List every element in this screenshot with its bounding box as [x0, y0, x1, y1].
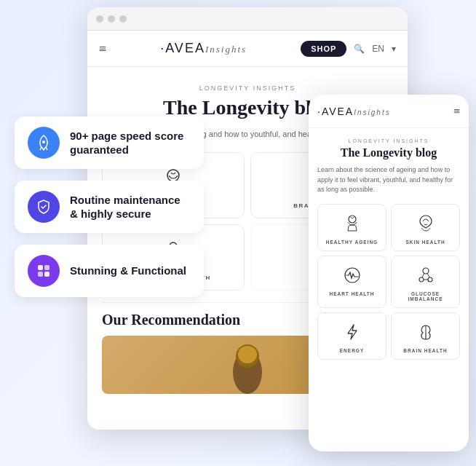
- mobile-hamburger-icon[interactable]: ≡: [453, 106, 460, 117]
- mobile-blog-subtitle: LONGEVITY INSIGHTS: [317, 138, 460, 143]
- mobile-content: LONGEVITY INSIGHTS The Longevity blog Le…: [309, 128, 469, 370]
- feature-card-speed: 90+ page speed score guaranteed: [15, 116, 204, 169]
- heart-health-label: HEART HEALTH: [322, 291, 381, 296]
- heart-health-icon: [322, 262, 381, 288]
- svg-point-14: [419, 277, 424, 282]
- mobile-category-grid: HEALTHY AGEING SKIN HEALTH: [317, 204, 460, 360]
- rocket-icon: [28, 127, 60, 159]
- lang-chevron-icon: ▾: [392, 44, 396, 54]
- dot-3: [119, 15, 127, 23]
- browser-titlebar: [87, 7, 408, 31]
- mobile-skin-health-label: SKIN HEALTH: [396, 240, 455, 245]
- mobile-brain-health-label: BRAIN HEALTH: [396, 348, 455, 353]
- svg-point-10: [238, 346, 257, 363]
- svg-point-13: [423, 268, 429, 274]
- mobile-card-glucose[interactable]: GLUCOSE IMBALANCE: [391, 256, 460, 308]
- healthy-ageing-label: HEALTHY AGEING: [322, 240, 381, 245]
- desktop-logo: ·AVEAInsights: [160, 41, 247, 56]
- mobile-skin-health-icon: [396, 210, 455, 237]
- svg-rect-1: [38, 265, 43, 270]
- feature-cards-section: 90+ page speed score guaranteed Routine …: [15, 116, 204, 297]
- healthy-ageing-icon: [322, 210, 381, 237]
- feature-card-maintenance: Routine maintenance & highly secure: [15, 181, 204, 233]
- feature-maintenance-text: Routine maintenance & highly secure: [70, 193, 191, 221]
- mobile-brain-health-icon: [396, 319, 455, 345]
- feature-card-functional: Stunning & Functional: [15, 245, 204, 297]
- mobile-card-energy[interactable]: ENERGY: [317, 312, 386, 360]
- desktop-nav: ≡ ·AVEAInsights SHOP 🔍 EN ▾: [87, 31, 408, 67]
- feature-functional-text: Stunning & Functional: [70, 264, 186, 278]
- hamburger-icon[interactable]: ≡: [99, 42, 106, 55]
- dot-2: [108, 15, 115, 23]
- mobile-card-heart[interactable]: HEART HEALTH: [317, 256, 386, 308]
- energy-icon: [322, 319, 381, 345]
- mobile-logo: ·AVEAInsights: [317, 106, 391, 117]
- glucose-imbalance-label: GLUCOSE IMBALANCE: [396, 291, 455, 301]
- mobile-card-skin[interactable]: SKIN HEALTH: [391, 204, 460, 251]
- svg-point-11: [349, 216, 356, 223]
- mobile-card-ageing[interactable]: HEALTHY AGEING: [317, 204, 386, 251]
- svg-rect-2: [44, 265, 49, 270]
- energy-label: ENERGY: [322, 348, 381, 353]
- shield-check-icon: [28, 191, 60, 223]
- mobile-blog-title: The Longevity blog: [317, 146, 460, 159]
- dot-1: [96, 15, 103, 23]
- mobile-nav: ·AVEAInsights ≡: [309, 95, 469, 128]
- shop-button[interactable]: SHOP: [301, 41, 346, 57]
- blog-subtitle-desktop: LONGEVITY INSIGHTS: [102, 84, 393, 92]
- svg-rect-3: [38, 272, 43, 277]
- svg-rect-4: [44, 272, 49, 277]
- nav-right-section: SHOP 🔍 EN ▾: [301, 41, 396, 57]
- mobile-browser-window: ·AVEAInsights ≡ LONGEVITY INSIGHTS The L…: [309, 95, 469, 451]
- mobile-card-brain[interactable]: BRAIN HEALTH: [391, 312, 460, 360]
- glucose-imbalance-icon: [396, 262, 455, 288]
- feature-speed-text: 90+ page speed score guaranteed: [70, 129, 191, 157]
- svg-point-0: [42, 141, 45, 143]
- lang-selector[interactable]: EN: [372, 44, 384, 54]
- search-icon[interactable]: 🔍: [354, 44, 365, 54]
- svg-point-15: [428, 277, 432, 282]
- mobile-blog-desc: Learn about the science of ageing and ho…: [317, 165, 460, 195]
- grid-icon: [28, 255, 60, 287]
